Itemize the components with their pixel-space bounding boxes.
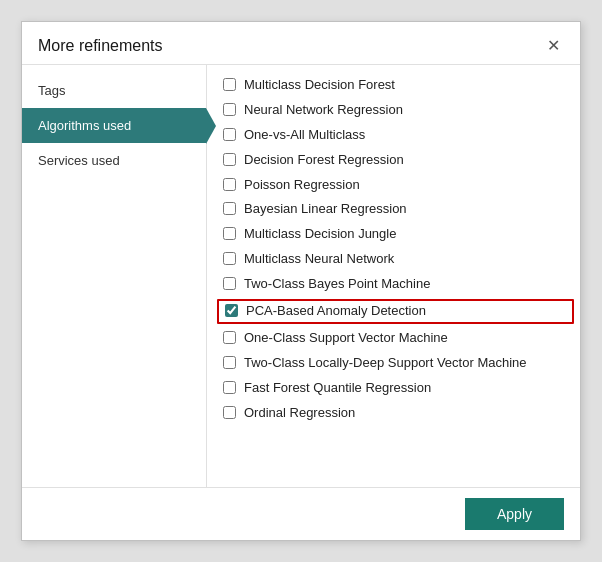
list-item[interactable]: PCA-Based Anomaly Detection (217, 299, 574, 324)
sidebar-item-services-used[interactable]: Services used (22, 143, 206, 178)
apply-button[interactable]: Apply (465, 498, 564, 530)
list-item[interactable]: Poisson Regression (223, 173, 568, 198)
algorithm-checkbox-fast-forest-quantile-regression[interactable] (223, 381, 236, 394)
sidebar-item-algorithms-used[interactable]: Algorithms used (22, 108, 206, 143)
algorithm-label: Multiclass Neural Network (244, 251, 394, 268)
dialog: More refinements ✕ Tags Algorithms used … (21, 21, 581, 541)
algorithm-label: PCA-Based Anomaly Detection (246, 303, 426, 320)
algorithm-checkbox-ordinal-regression[interactable] (223, 406, 236, 419)
algorithm-checkbox-multiclass-neural-network[interactable] (223, 252, 236, 265)
list-item[interactable]: One-vs-All Multiclass (223, 123, 568, 148)
content-area: Multiclass Decision ForestNeural Network… (207, 65, 580, 487)
algorithm-label: Decision Forest Regression (244, 152, 404, 169)
algorithm-label: One-Class Support Vector Machine (244, 330, 448, 347)
list-item[interactable]: Decision Forest Regression (223, 148, 568, 173)
algorithm-checkbox-two-class-bayes-point-machine[interactable] (223, 277, 236, 290)
dialog-title: More refinements (38, 37, 163, 55)
algorithm-checkbox-poisson-regression[interactable] (223, 178, 236, 191)
close-button[interactable]: ✕ (543, 36, 564, 56)
list-item[interactable]: Neural Network Regression (223, 98, 568, 123)
algorithm-label: Two-Class Locally-Deep Support Vector Ma… (244, 355, 527, 372)
algorithm-checkbox-one-class-support-vector-machine[interactable] (223, 331, 236, 344)
algorithm-checkbox-neural-network-regression[interactable] (223, 103, 236, 116)
dialog-body: Tags Algorithms used Services used Multi… (22, 65, 580, 487)
list-item[interactable]: Multiclass Neural Network (223, 247, 568, 272)
list-item[interactable]: One-Class Support Vector Machine (223, 326, 568, 351)
dialog-header: More refinements ✕ (22, 22, 580, 65)
algorithm-label: Multiclass Decision Jungle (244, 226, 396, 243)
algorithm-checkbox-decision-forest-regression[interactable] (223, 153, 236, 166)
list-item[interactable]: Two-Class Locally-Deep Support Vector Ma… (223, 351, 568, 376)
dialog-footer: Apply (22, 487, 580, 540)
algorithm-label: Fast Forest Quantile Regression (244, 380, 431, 397)
algorithm-checkbox-bayesian-linear-regression[interactable] (223, 202, 236, 215)
algorithm-checkbox-multiclass-decision-jungle[interactable] (223, 227, 236, 240)
sidebar-item-tags[interactable]: Tags (22, 73, 206, 108)
list-item[interactable]: Multiclass Decision Forest (223, 73, 568, 98)
list-item[interactable]: Fast Forest Quantile Regression (223, 376, 568, 401)
algorithm-label: One-vs-All Multiclass (244, 127, 365, 144)
algorithm-checkbox-one-vs-all-multiclass[interactable] (223, 128, 236, 141)
algorithm-label: Poisson Regression (244, 177, 360, 194)
list-item[interactable]: Multiclass Decision Jungle (223, 222, 568, 247)
algorithms-list[interactable]: Multiclass Decision ForestNeural Network… (207, 65, 580, 487)
algorithm-checkbox-multiclass-decision-forest[interactable] (223, 78, 236, 91)
list-item[interactable]: Bayesian Linear Regression (223, 197, 568, 222)
algorithm-label: Bayesian Linear Regression (244, 201, 407, 218)
algorithm-checkbox-two-class-locally-deep-support-vector-machine[interactable] (223, 356, 236, 369)
list-item[interactable]: Two-Class Bayes Point Machine (223, 272, 568, 297)
algorithm-checkbox-pca-based-anomaly-detection[interactable] (225, 304, 238, 317)
algorithm-label: Neural Network Regression (244, 102, 403, 119)
algorithm-label: Two-Class Bayes Point Machine (244, 276, 430, 293)
sidebar: Tags Algorithms used Services used (22, 65, 207, 487)
list-item[interactable]: Ordinal Regression (223, 401, 568, 426)
algorithm-label: Multiclass Decision Forest (244, 77, 395, 94)
algorithm-label: Ordinal Regression (244, 405, 355, 422)
